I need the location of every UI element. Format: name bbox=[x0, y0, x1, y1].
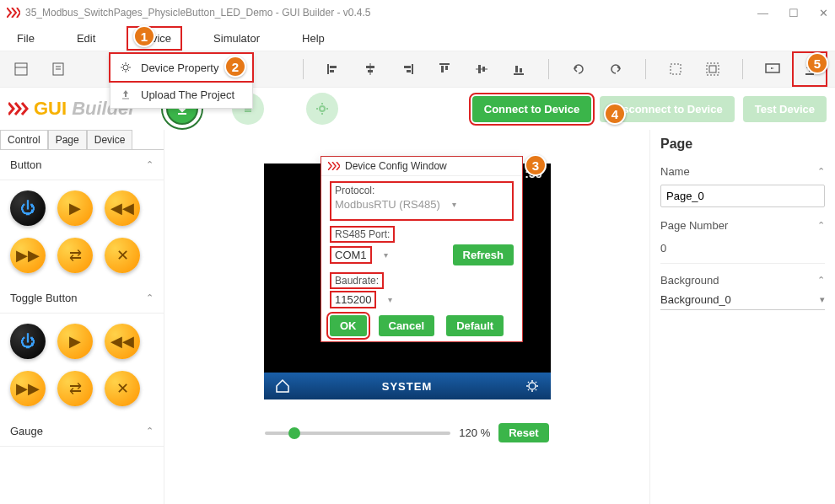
cancel-button[interactable]: Cancel bbox=[379, 315, 435, 336]
menu-simulator[interactable]: Simulator bbox=[205, 29, 268, 48]
left-tabs: Control Page Device bbox=[0, 130, 164, 150]
prop-name-row[interactable]: Name⌃ bbox=[660, 158, 825, 185]
widget-forward-2[interactable]: ▶▶ bbox=[10, 371, 46, 406]
tab-page[interactable]: Page bbox=[48, 130, 87, 149]
dropdown-icon[interactable]: ▾ bbox=[820, 294, 825, 305]
widget-forward[interactable]: ▶▶ bbox=[10, 238, 46, 273]
close-button[interactable]: ✕ bbox=[819, 7, 828, 19]
section-toggle[interactable]: Toggle Button⌃ bbox=[0, 283, 164, 314]
upload-project-item[interactable]: Upload The Project bbox=[110, 81, 252, 108]
select-icon[interactable] bbox=[663, 56, 688, 82]
port-value[interactable]: COM1 bbox=[335, 249, 367, 261]
widget-shuffle-2[interactable]: ⇄ bbox=[57, 371, 93, 406]
gear-round-button[interactable] bbox=[306, 93, 338, 125]
dialog-title-row: Device Config Window bbox=[321, 157, 522, 176]
svg-rect-13 bbox=[407, 70, 411, 72]
svg-rect-22 bbox=[520, 68, 522, 72]
device-property-label: Device Property bbox=[141, 62, 218, 74]
widget-rewind[interactable]: ◀◀ bbox=[105, 190, 140, 226]
prop-bg-row[interactable]: Background⌃ bbox=[660, 267, 825, 293]
menu-edit[interactable]: Edit bbox=[68, 29, 104, 48]
svg-rect-12 bbox=[404, 66, 411, 68]
select-all-icon[interactable] bbox=[700, 56, 725, 82]
svg-rect-9 bbox=[366, 66, 374, 68]
default-button[interactable]: Default bbox=[446, 315, 504, 336]
menu-help[interactable]: Help bbox=[294, 29, 333, 48]
page-name-input[interactable] bbox=[660, 185, 825, 207]
baud-value[interactable]: 115200 bbox=[335, 293, 371, 306]
widget-power[interactable]: ⏻ bbox=[10, 190, 46, 226]
refresh-button[interactable]: Refresh bbox=[453, 244, 514, 265]
align-center-v-icon[interactable] bbox=[469, 56, 494, 82]
align-left-icon[interactable] bbox=[321, 56, 346, 82]
test-button[interactable]: Test Device bbox=[743, 96, 827, 122]
menubar: File Edit Device Simulator Help bbox=[0, 25, 835, 51]
dropdown-icon[interactable]: ▾ bbox=[388, 295, 392, 304]
badge-4: 4 bbox=[604, 103, 626, 125]
minimize-button[interactable]: — bbox=[757, 7, 768, 19]
right-panel: Page Name⌃ Page Number⌃ 0 Background⌃ Ba… bbox=[649, 130, 835, 504]
svg-rect-0 bbox=[15, 63, 27, 75]
svg-rect-7 bbox=[330, 70, 334, 72]
widget-play[interactable]: ▶ bbox=[57, 190, 93, 226]
chevron-up-icon: ⌃ bbox=[817, 220, 825, 231]
align-bottom-icon[interactable] bbox=[506, 56, 531, 82]
prop-num-row[interactable]: Page Number⌃ bbox=[660, 212, 825, 239]
badge-1: 1 bbox=[133, 25, 155, 47]
upload-small-icon bbox=[119, 88, 132, 101]
baud-label: Baudrate: bbox=[330, 272, 384, 289]
window-controls: — ☐ ✕ bbox=[757, 7, 828, 19]
maximize-button[interactable]: ☐ bbox=[789, 7, 799, 19]
button-widgets: ⏻ ▶ ◀◀ ▶▶ ⇄ ✕ bbox=[0, 180, 164, 283]
undo-icon[interactable] bbox=[566, 56, 591, 82]
svg-point-35 bbox=[529, 383, 536, 389]
tab-device[interactable]: Device bbox=[87, 130, 133, 149]
protocol-value[interactable]: ModbusRTU (RS485) bbox=[335, 198, 440, 211]
svg-rect-18 bbox=[478, 65, 481, 73]
svg-rect-16 bbox=[445, 66, 448, 70]
toolbar-icon-1[interactable] bbox=[8, 56, 34, 82]
chevron-up-icon: ⌃ bbox=[817, 275, 825, 286]
toolbar-icon-2[interactable] bbox=[46, 56, 71, 82]
svg-rect-21 bbox=[515, 66, 518, 72]
device-config-dialog: Device Config Window Protocol: ModbusRTU… bbox=[321, 156, 523, 342]
svg-rect-23 bbox=[671, 64, 681, 74]
svg-rect-24 bbox=[707, 63, 719, 75]
align-right-icon[interactable] bbox=[395, 56, 420, 82]
widget-power-2[interactable]: ⏻ bbox=[10, 324, 46, 359]
right-title: Page bbox=[660, 137, 825, 152]
section-button[interactable]: Button⌃ bbox=[0, 150, 164, 180]
port-label: RS485 Port: bbox=[330, 226, 395, 243]
widget-random[interactable]: ✕ bbox=[105, 238, 140, 273]
badge-2: 2 bbox=[224, 56, 246, 78]
upload-project-label: Upload The Project bbox=[141, 88, 234, 101]
widget-shuffle[interactable]: ⇄ bbox=[57, 238, 93, 273]
svg-rect-10 bbox=[368, 70, 373, 72]
svg-rect-6 bbox=[330, 66, 337, 68]
toggle-widgets: ⏻ ▶ ◀◀ ▶▶ ⇄ ✕ bbox=[0, 314, 164, 416]
preview-icon[interactable] bbox=[760, 56, 785, 82]
chevron-up-icon: ⌃ bbox=[146, 159, 154, 170]
tab-control[interactable]: Control bbox=[0, 130, 48, 149]
zoom-reset-button[interactable]: Reset bbox=[498, 423, 548, 442]
section-gauge[interactable]: Gauge⌃ bbox=[0, 416, 164, 447]
dropdown-icon[interactable]: ▾ bbox=[384, 250, 388, 260]
stage-title: SYSTEM bbox=[382, 380, 432, 393]
widget-play-2[interactable]: ▶ bbox=[57, 324, 93, 359]
badge-3: 3 bbox=[525, 154, 547, 176]
toolbar: Device Property Upload The Project bbox=[0, 51, 835, 88]
stage-gear-icon[interactable] bbox=[524, 378, 541, 394]
home-icon[interactable] bbox=[274, 378, 291, 394]
widget-random-2[interactable]: ✕ bbox=[105, 371, 140, 406]
ok-button[interactable]: OK bbox=[330, 315, 367, 336]
redo-icon[interactable] bbox=[603, 56, 628, 82]
widget-rewind-2[interactable]: ◀◀ bbox=[105, 324, 140, 359]
connect-button[interactable]: Connect to Device bbox=[472, 96, 591, 122]
align-center-h-icon[interactable] bbox=[358, 56, 383, 82]
zoom-slider[interactable] bbox=[265, 432, 450, 435]
svg-point-34 bbox=[320, 106, 325, 111]
align-top-icon[interactable] bbox=[432, 56, 457, 82]
window-title: 35_Modbus_SwitchPages_PhysicleButton_LED… bbox=[25, 7, 757, 19]
dropdown-icon[interactable]: ▾ bbox=[452, 200, 456, 209]
menu-file[interactable]: File bbox=[8, 29, 43, 48]
